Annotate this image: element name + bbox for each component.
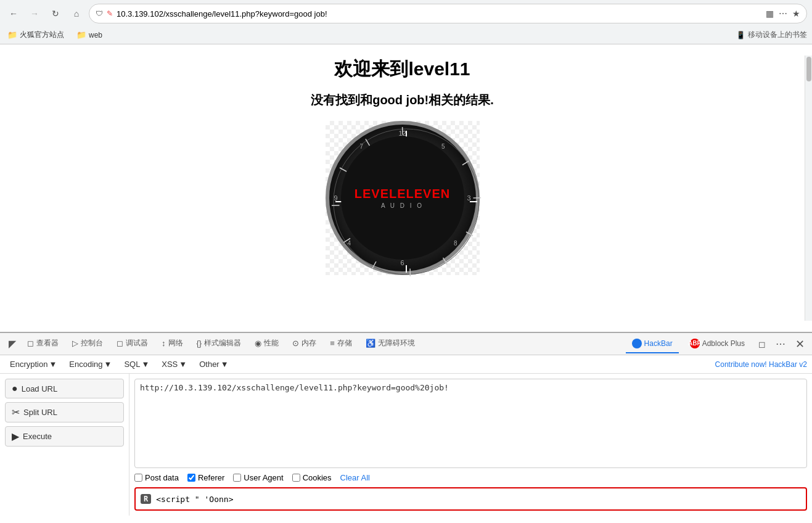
tab-inspector[interactable]: ◻ 查看器 xyxy=(21,334,65,353)
svg-line-15 xyxy=(399,127,406,135)
bookmark-label: 火狐官方站点 xyxy=(20,30,64,40)
chevron-down-icon-1: ▼ xyxy=(104,360,112,369)
devtools-panel: ◤ ◻ 查看器 ▷ 控制台 ◻ 调试器 ↕ 网络 {} 样式编辑器 ◉ 性能 ⊙… xyxy=(0,332,812,523)
memory-icon: ⊙ xyxy=(292,339,299,348)
cookies-checkbox[interactable]: Cookies xyxy=(292,473,332,482)
clock-image: 12 3 6 9 5 7 8 4 xyxy=(326,121,480,275)
menu-encryption[interactable]: Encryption ▼ xyxy=(5,358,62,371)
menu-sql[interactable]: SQL ▼ xyxy=(119,358,154,371)
menu-xss[interactable]: XSS ▼ xyxy=(157,358,192,371)
mobile-bookmarks[interactable]: 📱 移动设备上的书签 xyxy=(736,30,807,40)
clock-sub: A U D I O xyxy=(381,202,424,209)
chevron-down-icon-2: ▼ xyxy=(141,360,149,369)
pen-icon: ✎ xyxy=(107,9,113,18)
browser-toolbar: ← → ↻ ⌂ 🛡 ✎ ▦ ⋯ ★ xyxy=(0,0,812,27)
devtools-close: HackBar ABP Adblock Plus ◻ ⋯ ✕ xyxy=(626,335,807,353)
tab-network[interactable]: ↕ 网络 xyxy=(155,334,189,353)
menu-other[interactable]: Other ▼ xyxy=(194,358,233,371)
svg-line-9 xyxy=(406,269,413,277)
devtools-tabs: ◤ ◻ 查看器 ▷ 控制台 ◻ 调试器 ↕ 网络 {} 样式编辑器 ◉ 性能 ⊙… xyxy=(0,333,812,355)
referer-checkbox[interactable]: Referer xyxy=(187,473,224,482)
hackbar-options: Post data Referer User Agent Cookies C xyxy=(134,473,807,482)
browser-chrome: ← → ↻ ⌂ 🛡 ✎ ▦ ⋯ ★ 📁 火狐官方站点 📁 web 📱 移动设备上… xyxy=(0,0,812,44)
reload-button[interactable]: ↻ xyxy=(47,5,64,22)
tab-hackbar[interactable]: HackBar xyxy=(626,335,679,353)
scrollbar-thumb[interactable] xyxy=(806,57,811,81)
execute-button[interactable]: ▶ Execute xyxy=(5,426,124,447)
tab-accessibility[interactable]: ♿ 无障碍环境 xyxy=(359,334,421,353)
contribute-link[interactable]: Contribute now! HackBar v2 xyxy=(715,360,807,369)
r-badge: R xyxy=(141,494,151,504)
referer-check[interactable] xyxy=(187,474,195,482)
bookmark-web[interactable]: 📁 web xyxy=(74,29,105,41)
console-icon: ▷ xyxy=(72,339,78,348)
devtools-expand-btn[interactable]: ◻ xyxy=(756,337,768,352)
tab-debugger[interactable]: ◻ 调试器 xyxy=(110,334,154,353)
mobile-icon: 📱 xyxy=(736,31,745,39)
split-url-icon: ✂ xyxy=(12,406,20,418)
qr-icon[interactable]: ▦ xyxy=(766,9,774,19)
svg-line-6 xyxy=(473,194,481,201)
hackbar-main: http://10.3.139.102/xsschallenge/level11… xyxy=(129,374,812,516)
clock-brand-white: LEVEL xyxy=(355,187,397,200)
back-button[interactable]: ← xyxy=(5,5,22,22)
chevron-down-icon-0: ▼ xyxy=(49,360,57,369)
tab-storage[interactable]: ≡ 存储 xyxy=(324,334,358,353)
home-button[interactable]: ⌂ xyxy=(68,5,85,22)
tab-memory[interactable]: ⊙ 内存 xyxy=(286,334,322,353)
devtools-close-btn[interactable]: ✕ xyxy=(793,335,807,353)
execute-icon: ▶ xyxy=(12,430,19,442)
hackbar-body: ● Load URL ✂ Split URL ▶ Execute http://… xyxy=(0,374,812,516)
adblock-icon: ABP xyxy=(690,339,700,348)
more-icon[interactable]: ⋯ xyxy=(779,9,787,19)
bookmark-icon[interactable]: ★ xyxy=(792,9,800,19)
page-title: 欢迎来到level11 xyxy=(334,57,470,82)
devtools-undock-btn[interactable]: ◤ xyxy=(5,337,20,352)
hackbar-icon xyxy=(632,339,642,348)
address-input[interactable] xyxy=(117,9,762,19)
forward-button[interactable]: → xyxy=(26,5,43,22)
inspector-icon: ◻ xyxy=(27,339,34,348)
chevron-down-icon-4: ▼ xyxy=(221,360,229,369)
tab-performance[interactable]: ◉ 性能 xyxy=(248,334,285,353)
address-bar-wrap: 🛡 ✎ ▦ ⋯ ★ xyxy=(89,4,807,23)
accessibility-icon: ♿ xyxy=(366,339,375,348)
cookies-check[interactable] xyxy=(292,474,300,482)
hackbar-input[interactable] xyxy=(156,495,801,504)
scrollbar[interactable] xyxy=(805,56,812,321)
main-content: 欢迎来到level11 没有找到和good job!相关的结果. 12 3 6 … xyxy=(0,44,805,310)
svg-line-12 xyxy=(331,202,339,209)
user-agent-checkbox[interactable]: User Agent xyxy=(233,473,283,482)
shield-icon: 🛡 xyxy=(96,9,103,18)
tab-console[interactable]: ▷ 控制台 xyxy=(66,334,109,353)
clear-all-button[interactable]: Clear All xyxy=(340,473,370,482)
clock-inner: LEVELELEVEN A U D I O xyxy=(341,136,464,260)
storage-icon: ≡ xyxy=(330,339,335,348)
mobile-bookmarks-label: 移动设备上的书签 xyxy=(748,30,807,40)
folder-icon-2: 📁 xyxy=(76,30,86,39)
debugger-icon: ◻ xyxy=(117,339,123,348)
clock: 12 3 6 9 5 7 8 4 xyxy=(326,121,480,275)
address-actions: ▦ ⋯ ★ xyxy=(766,9,800,19)
tab-adblock[interactable]: ABP Adblock Plus xyxy=(684,335,751,353)
bookmarks-bar: 📁 火狐官方站点 📁 web 📱 移动设备上的书签 xyxy=(0,27,812,44)
post-data-check[interactable] xyxy=(134,474,142,482)
bookmark-label-2: web xyxy=(89,31,102,39)
load-url-button[interactable]: ● Load URL xyxy=(5,379,124,398)
tab-style-editor[interactable]: {} 样式编辑器 xyxy=(191,334,248,353)
bookmark-firefox[interactable]: 📁 火狐官方站点 xyxy=(5,28,67,41)
menu-encoding[interactable]: Encoding ▼ xyxy=(64,358,117,371)
clock-brand: LEVELELEVEN xyxy=(355,187,450,201)
folder-icon: 📁 xyxy=(7,30,17,39)
devtools-more-btn[interactable]: ⋯ xyxy=(773,336,788,352)
user-agent-check[interactable] xyxy=(233,474,241,482)
post-data-checkbox[interactable]: Post data xyxy=(134,473,179,482)
split-url-button[interactable]: ✂ Split URL xyxy=(5,402,124,422)
network-icon: ↕ xyxy=(162,339,166,348)
hackbar-input-row: R xyxy=(134,487,807,511)
style-icon: {} xyxy=(197,339,202,348)
url-textarea[interactable]: http://10.3.139.102/xsschallenge/level11… xyxy=(134,379,807,468)
load-url-icon: ● xyxy=(12,383,18,394)
hackbar-menubar: Encryption ▼ Encoding ▼ SQL ▼ XSS ▼ Othe… xyxy=(0,355,812,374)
hackbar-sidebar: ● Load URL ✂ Split URL ▶ Execute xyxy=(0,374,129,516)
